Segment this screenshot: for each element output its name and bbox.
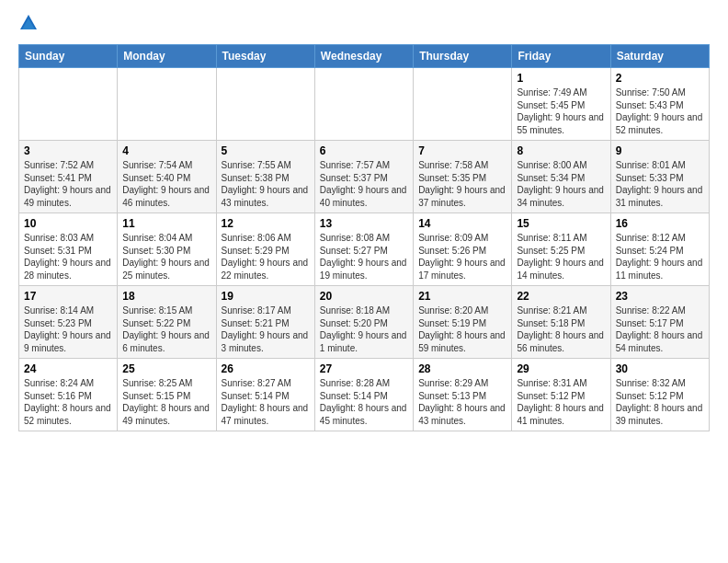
calendar-cell: 8Sunrise: 8:00 AM Sunset: 5:34 PM Daylig…	[512, 141, 610, 213]
day-info: Sunrise: 8:01 AM Sunset: 5:33 PM Dayligh…	[616, 159, 704, 209]
day-info: Sunrise: 7:54 AM Sunset: 5:40 PM Dayligh…	[122, 159, 210, 209]
day-number: 6	[320, 144, 408, 157]
day-info: Sunrise: 8:27 AM Sunset: 5:14 PM Dayligh…	[222, 377, 310, 427]
calendar-cell: 5Sunrise: 7:55 AM Sunset: 5:38 PM Daylig…	[216, 141, 314, 213]
day-number: 14	[418, 217, 506, 230]
day-info: Sunrise: 8:31 AM Sunset: 5:12 PM Dayligh…	[517, 377, 605, 427]
weekday-header-sunday: Sunday	[19, 45, 118, 68]
calendar-cell: 17Sunrise: 8:14 AM Sunset: 5:23 PM Dayli…	[19, 286, 118, 359]
day-number: 7	[418, 144, 506, 157]
day-number: 15	[517, 217, 605, 230]
calendar-cell: 7Sunrise: 7:58 AM Sunset: 5:35 PM Daylig…	[414, 141, 512, 213]
day-number: 26	[222, 362, 310, 375]
day-info: Sunrise: 8:28 AM Sunset: 5:14 PM Dayligh…	[320, 377, 408, 427]
day-info: Sunrise: 8:32 AM Sunset: 5:12 PM Dayligh…	[616, 377, 704, 427]
calendar-cell: 1Sunrise: 7:49 AM Sunset: 5:45 PM Daylig…	[512, 68, 610, 141]
calendar-cell: 11Sunrise: 8:04 AM Sunset: 5:30 PM Dayli…	[118, 213, 216, 286]
calendar-cell: 10Sunrise: 8:03 AM Sunset: 5:31 PM Dayli…	[19, 213, 118, 286]
day-info: Sunrise: 7:52 AM Sunset: 5:41 PM Dayligh…	[24, 159, 112, 209]
day-info: Sunrise: 8:12 AM Sunset: 5:24 PM Dayligh…	[616, 232, 704, 282]
day-number: 3	[24, 144, 112, 157]
calendar-cell: 14Sunrise: 8:09 AM Sunset: 5:26 PM Dayli…	[414, 213, 512, 286]
day-info: Sunrise: 8:15 AM Sunset: 5:22 PM Dayligh…	[122, 304, 210, 354]
day-info: Sunrise: 8:17 AM Sunset: 5:21 PM Dayligh…	[222, 304, 310, 354]
day-info: Sunrise: 8:22 AM Sunset: 5:17 PM Dayligh…	[616, 304, 704, 354]
calendar-cell: 30Sunrise: 8:32 AM Sunset: 5:12 PM Dayli…	[610, 359, 709, 431]
calendar-cell: 20Sunrise: 8:18 AM Sunset: 5:20 PM Dayli…	[314, 286, 413, 359]
day-info: Sunrise: 8:21 AM Sunset: 5:18 PM Dayligh…	[517, 304, 605, 354]
calendar-cell: 9Sunrise: 8:01 AM Sunset: 5:33 PM Daylig…	[610, 141, 709, 213]
calendar-cell: 24Sunrise: 8:24 AM Sunset: 5:16 PM Dayli…	[19, 359, 118, 431]
day-number: 4	[122, 144, 210, 157]
day-number: 1	[517, 72, 605, 85]
logo	[18, 15, 42, 35]
day-number: 30	[616, 362, 704, 375]
calendar-cell: 23Sunrise: 8:22 AM Sunset: 5:17 PM Dayli…	[610, 286, 709, 359]
calendar-cell: 25Sunrise: 8:25 AM Sunset: 5:15 PM Dayli…	[118, 359, 216, 431]
day-info: Sunrise: 8:04 AM Sunset: 5:30 PM Dayligh…	[122, 232, 210, 282]
calendar-table: SundayMondayTuesdayWednesdayThursdayFrid…	[18, 44, 710, 431]
day-number: 29	[517, 362, 605, 375]
day-info: Sunrise: 8:18 AM Sunset: 5:20 PM Dayligh…	[320, 304, 408, 354]
day-number: 13	[320, 217, 408, 230]
calendar-cell: 13Sunrise: 8:08 AM Sunset: 5:27 PM Dayli…	[314, 213, 413, 286]
day-info: Sunrise: 8:11 AM Sunset: 5:25 PM Dayligh…	[517, 232, 605, 282]
calendar-cell: 18Sunrise: 8:15 AM Sunset: 5:22 PM Dayli…	[118, 286, 216, 359]
day-number: 12	[222, 217, 310, 230]
day-number: 25	[122, 362, 210, 375]
calendar-cell: 12Sunrise: 8:06 AM Sunset: 5:29 PM Dayli…	[216, 213, 314, 286]
day-info: Sunrise: 8:09 AM Sunset: 5:26 PM Dayligh…	[418, 232, 506, 282]
day-number: 2	[616, 72, 704, 85]
day-info: Sunrise: 7:58 AM Sunset: 5:35 PM Dayligh…	[418, 159, 506, 209]
day-info: Sunrise: 7:55 AM Sunset: 5:38 PM Dayligh…	[222, 159, 310, 209]
day-number: 23	[616, 290, 704, 303]
calendar-cell	[118, 68, 216, 141]
day-info: Sunrise: 8:08 AM Sunset: 5:27 PM Dayligh…	[320, 232, 408, 282]
day-number: 27	[320, 362, 408, 375]
week-row-2: 3Sunrise: 7:52 AM Sunset: 5:41 PM Daylig…	[19, 141, 710, 213]
page: SundayMondayTuesdayWednesdayThursdayFrid…	[0, 0, 728, 441]
day-number: 5	[222, 144, 310, 157]
calendar-cell: 28Sunrise: 8:29 AM Sunset: 5:13 PM Dayli…	[414, 359, 512, 431]
day-info: Sunrise: 8:25 AM Sunset: 5:15 PM Dayligh…	[122, 377, 210, 427]
calendar-cell: 26Sunrise: 8:27 AM Sunset: 5:14 PM Dayli…	[216, 359, 314, 431]
calendar-cell	[216, 68, 314, 141]
calendar-cell: 3Sunrise: 7:52 AM Sunset: 5:41 PM Daylig…	[19, 141, 118, 213]
weekday-header-thursday: Thursday	[414, 45, 512, 68]
calendar-cell: 27Sunrise: 8:28 AM Sunset: 5:14 PM Dayli…	[314, 359, 413, 431]
day-info: Sunrise: 7:49 AM Sunset: 5:45 PM Dayligh…	[517, 86, 605, 136]
day-number: 18	[122, 290, 210, 303]
calendar-cell: 29Sunrise: 8:31 AM Sunset: 5:12 PM Dayli…	[512, 359, 610, 431]
day-number: 11	[122, 217, 210, 230]
day-number: 20	[320, 290, 408, 303]
weekday-header-friday: Friday	[512, 45, 610, 68]
calendar-cell: 21Sunrise: 8:20 AM Sunset: 5:19 PM Dayli…	[414, 286, 512, 359]
week-row-5: 24Sunrise: 8:24 AM Sunset: 5:16 PM Dayli…	[19, 359, 710, 431]
day-number: 17	[24, 290, 112, 303]
logo-icon	[18, 13, 39, 33]
day-info: Sunrise: 8:20 AM Sunset: 5:19 PM Dayligh…	[418, 304, 506, 354]
day-info: Sunrise: 8:24 AM Sunset: 5:16 PM Dayligh…	[24, 377, 112, 427]
day-info: Sunrise: 7:50 AM Sunset: 5:43 PM Dayligh…	[616, 86, 704, 136]
day-number: 10	[24, 217, 112, 230]
day-info: Sunrise: 8:06 AM Sunset: 5:29 PM Dayligh…	[222, 232, 310, 282]
day-number: 22	[517, 290, 605, 303]
day-number: 24	[24, 362, 112, 375]
calendar-cell: 19Sunrise: 8:17 AM Sunset: 5:21 PM Dayli…	[216, 286, 314, 359]
weekday-header-wednesday: Wednesday	[314, 45, 413, 68]
day-info: Sunrise: 8:14 AM Sunset: 5:23 PM Dayligh…	[24, 304, 112, 354]
day-info: Sunrise: 8:00 AM Sunset: 5:34 PM Dayligh…	[517, 159, 605, 209]
day-number: 8	[517, 144, 605, 157]
day-info: Sunrise: 8:29 AM Sunset: 5:13 PM Dayligh…	[418, 377, 506, 427]
weekday-header-monday: Monday	[118, 45, 216, 68]
calendar-cell: 16Sunrise: 8:12 AM Sunset: 5:24 PM Dayli…	[610, 213, 709, 286]
day-number: 9	[616, 144, 704, 157]
day-number: 16	[616, 217, 704, 230]
calendar-cell: 22Sunrise: 8:21 AM Sunset: 5:18 PM Dayli…	[512, 286, 610, 359]
calendar-cell: 4Sunrise: 7:54 AM Sunset: 5:40 PM Daylig…	[118, 141, 216, 213]
calendar-cell	[314, 68, 413, 141]
weekday-header-row: SundayMondayTuesdayWednesdayThursdayFrid…	[19, 45, 710, 68]
week-row-1: 1Sunrise: 7:49 AM Sunset: 5:45 PM Daylig…	[19, 68, 710, 141]
calendar-cell: 15Sunrise: 8:11 AM Sunset: 5:25 PM Dayli…	[512, 213, 610, 286]
weekday-header-tuesday: Tuesday	[216, 45, 314, 68]
